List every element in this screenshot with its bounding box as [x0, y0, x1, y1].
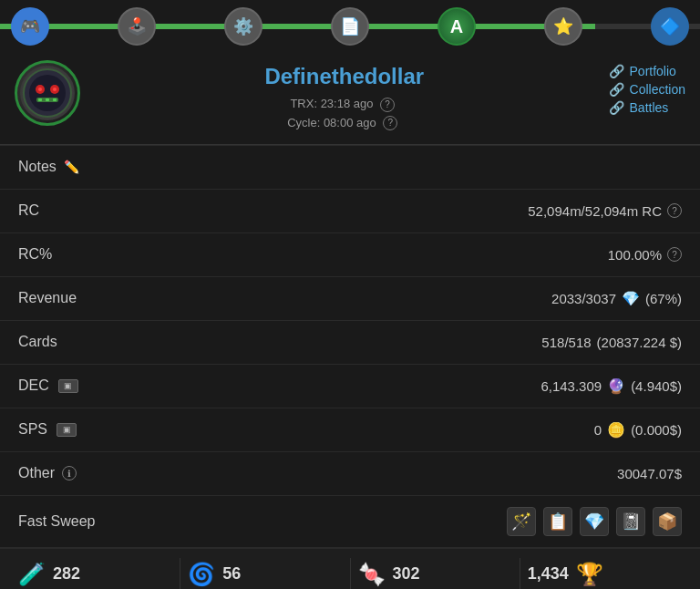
collection-icon: 🔗	[609, 82, 624, 97]
dec-gem-icon: 🔮	[607, 377, 625, 395]
svg-point-5	[53, 88, 57, 91]
divider-2	[350, 558, 351, 589]
dec-value: 6,143.309 🔮 (4.940$)	[128, 377, 682, 395]
sweep-icons-container: 🪄 📋 💎 📓 📦	[507, 507, 682, 536]
trophy-value: 1,434	[528, 564, 569, 584]
avatar-image	[20, 66, 75, 120]
sps-row: SPS ▣ 0 🪙 (0.000$)	[0, 408, 700, 452]
cards-label: Cards	[18, 334, 128, 350]
notes-label: Notes ✏️	[18, 159, 128, 175]
dec-storage-icon: ▣	[58, 379, 78, 393]
top-navigation: 🎮 🕹️ ⚙️ 📄 A ⭐ 🔷	[0, 0, 700, 53]
avatar-svg	[22, 67, 73, 119]
trophy-stat: 1,434 🏆	[528, 562, 682, 587]
portfolio-icon: 🔗	[609, 64, 624, 78]
nav-icon-portal[interactable]: 🔷	[651, 7, 689, 46]
candy-icon: 🍬	[358, 562, 386, 587]
sweep-icon-4[interactable]: 📓	[616, 507, 645, 536]
cycle-info-icon[interactable]: ?	[383, 116, 397, 130]
svg-rect-8	[46, 98, 49, 101]
nav-icon-game[interactable]: 🎮	[11, 7, 49, 46]
app-container: 🎮 🕹️ ⚙️ 📄 A ⭐ 🔷	[0, 0, 700, 589]
candy-stat: 🍬 302	[358, 562, 512, 587]
potions-icon: 🧪	[18, 562, 46, 587]
rc-label: RC	[18, 202, 128, 219]
rc-percent-value: 100.00% ?	[128, 247, 682, 263]
battles-link[interactable]: 🔗 Battles	[609, 100, 669, 115]
svg-point-1	[29, 75, 66, 111]
trx-label: TRX: 23:18 ago	[290, 97, 373, 110]
other-label: Other ℹ	[18, 465, 128, 481]
rc-value: 52,094m/52,094m RC ?	[128, 203, 682, 219]
rc-percent-row: RC% 100.00% ?	[0, 233, 700, 277]
nav-icon-star[interactable]: ⭐	[544, 7, 582, 46]
other-value: 30047.07$	[128, 466, 682, 481]
divider-1	[180, 558, 180, 589]
sps-storage-icon: ▣	[57, 423, 77, 437]
cycle-label: Cycle: 08:00 ago	[287, 116, 376, 129]
revenue-gem-icon: 💎	[622, 290, 640, 307]
svg-rect-9	[53, 98, 57, 101]
rc-percent-info-icon[interactable]: ?	[667, 247, 682, 262]
avatar	[15, 60, 80, 126]
trophy-icon: 🏆	[576, 562, 603, 587]
profile-meta: TRX: 23:18 ago ? Cycle: 08:00 ago ?	[95, 95, 594, 133]
potions-stat: 🧪 282	[18, 562, 172, 587]
content-rows: Notes ✏️ RC 52,094m/52,094m RC ? RC% 100…	[0, 145, 700, 548]
cards-row: Cards 518/518 (20837.224 $)	[0, 321, 700, 365]
profile-links: 🔗 Portfolio 🔗 Collection 🔗 Battles	[609, 60, 685, 115]
sps-token-icon: 🪙	[607, 421, 625, 439]
nav-icon-arena[interactable]: A	[438, 7, 476, 46]
nav-icon-joystick[interactable]: 🕹️	[118, 7, 156, 46]
svg-point-4	[38, 88, 42, 91]
fast-sweep-row: Fast Sweep 🪄 📋 💎 📓 📦	[0, 496, 700, 548]
revenue-value: 2033/3037 💎 (67%)	[128, 290, 682, 307]
divider-3	[520, 558, 520, 589]
cards-value: 518/518 (20837.224 $)	[128, 335, 682, 350]
sps-label: SPS ▣	[18, 421, 128, 438]
profile-center: Definethedollar TRX: 23:18 ago ? Cycle: …	[95, 60, 594, 133]
nav-icons-container: 🎮 🕹️ ⚙️ 📄 A ⭐ 🔷	[11, 7, 689, 46]
merits-stat: 🌀 56	[188, 562, 342, 587]
trx-info-icon[interactable]: ?	[380, 98, 395, 112]
rc-info-icon[interactable]: ?	[667, 203, 682, 218]
rc-row: RC 52,094m/52,094m RC ?	[0, 190, 700, 233]
rc-percent-label: RC%	[18, 246, 128, 263]
other-row: Other ℹ 30047.07$	[0, 452, 700, 496]
sps-value: 0 🪙 (0.000$)	[128, 421, 682, 439]
notes-edit-icon[interactable]: ✏️	[64, 160, 79, 174]
merits-icon: 🌀	[188, 562, 215, 587]
sweep-icon-2[interactable]: 📋	[543, 507, 572, 536]
battles-icon: 🔗	[609, 100, 624, 115]
dec-label: DEC ▣	[18, 377, 128, 394]
fast-sweep-value: 🪄 📋 💎 📓 📦	[128, 507, 682, 536]
fast-sweep-label: Fast Sweep	[18, 513, 128, 530]
profile-name: Definethedollar	[95, 64, 594, 89]
nav-icon-document[interactable]: 📄	[331, 7, 369, 46]
revenue-row: Revenue 2033/3037 💎 (67%)	[0, 277, 700, 321]
collection-link[interactable]: 🔗 Collection	[609, 82, 685, 97]
bottom-stats-bar: 🧪 282 🌀 56 🍬 302 1,434 🏆	[0, 548, 700, 589]
candy-value: 302	[393, 564, 420, 584]
battles-label: Battles	[630, 100, 669, 115]
potions-value: 282	[53, 564, 80, 584]
portfolio-label: Portfolio	[630, 64, 676, 78]
nav-icon-settings[interactable]: ⚙️	[224, 7, 262, 46]
notes-row: Notes ✏️	[0, 146, 700, 190]
revenue-label: Revenue	[18, 290, 128, 306]
dec-row: DEC ▣ 6,143.309 🔮 (4.940$)	[0, 365, 700, 408]
profile-section: Definethedollar TRX: 23:18 ago ? Cycle: …	[0, 53, 700, 145]
other-info-icon[interactable]: ℹ	[62, 466, 77, 480]
sweep-icon-3[interactable]: 💎	[580, 507, 609, 536]
svg-rect-7	[38, 98, 42, 101]
collection-label: Collection	[630, 82, 685, 97]
merits-value: 56	[222, 564, 241, 584]
sweep-icon-5[interactable]: 📦	[653, 507, 682, 536]
sweep-icon-1[interactable]: 🪄	[507, 507, 536, 536]
portfolio-link[interactable]: 🔗 Portfolio	[609, 64, 676, 78]
